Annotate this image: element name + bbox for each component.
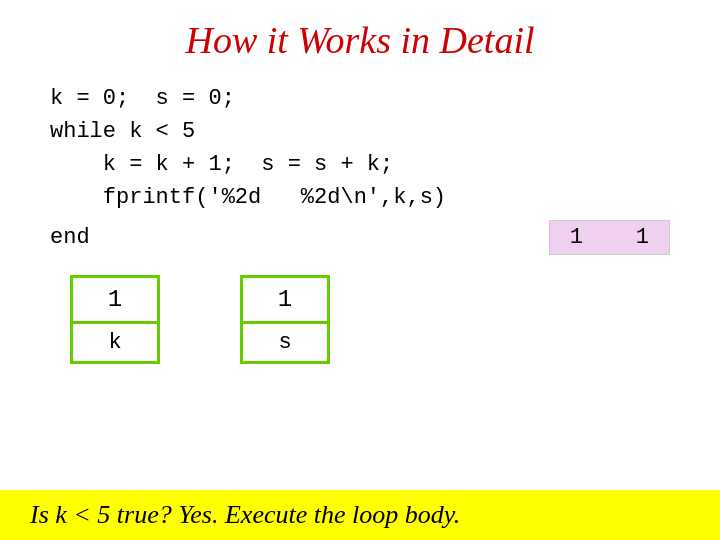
output-val1: 1 [570, 225, 583, 250]
output-val2: 1 [636, 225, 649, 250]
code-line-2: while k < 5 [50, 115, 670, 148]
slide-title: How it Works in Detail [0, 0, 720, 74]
variables-area: 1 k 1 s [0, 255, 720, 374]
code-line-4: fprintf('%2d %2d\n',k,s) [50, 181, 670, 214]
bottom-bar: Is k < 5 true? Yes. Execute the loop bod… [0, 490, 720, 540]
variable-k-label: k [73, 324, 157, 361]
variable-s-value: 1 [243, 278, 327, 324]
variable-s-label: s [243, 324, 327, 361]
code-block: k = 0; s = 0; while k < 5 k = k + 1; s =… [0, 74, 720, 218]
code-line-3: k = k + 1; s = s + k; [50, 148, 670, 181]
end-row: end 1 1 [0, 220, 720, 255]
code-end: end [50, 225, 90, 250]
code-line-1: k = 0; s = 0; [50, 82, 670, 115]
variable-s-box: 1 s [240, 275, 330, 364]
output-display: 1 1 [549, 220, 670, 255]
variable-k-value: 1 [73, 278, 157, 324]
slide: How it Works in Detail k = 0; s = 0; whi… [0, 0, 720, 540]
variable-k-box: 1 k [70, 275, 160, 364]
